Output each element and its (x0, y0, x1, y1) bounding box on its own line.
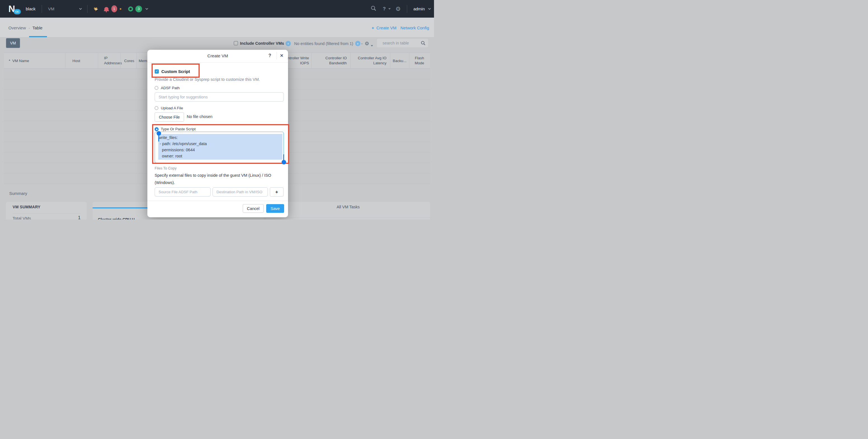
script-line: write_files: (159, 134, 178, 140)
active-chart-tab-underline (93, 208, 148, 208)
chart-title: Cluster-wide CPU U... (98, 217, 138, 220)
help-icon[interactable]: ? (383, 6, 385, 12)
alerts-bell-icon[interactable] (104, 7, 108, 11)
files-to-copy-description: Specify external files to copy inside of… (155, 172, 286, 186)
cancel-button[interactable]: Cancel (243, 204, 264, 213)
health-heart-icon[interactable]: ♥ (94, 6, 98, 12)
gear-icon[interactable]: ⚙ (395, 6, 401, 12)
vm-tasks-title: All VM Tasks (266, 205, 430, 209)
progress-ring-icon[interactable] (128, 6, 133, 11)
files-to-copy-label: Files To Copy (155, 166, 177, 170)
column-header-cores[interactable]: Cores (120, 58, 134, 63)
separator-dot: · (282, 41, 283, 46)
close-icon[interactable]: ✕ (280, 53, 284, 58)
chevron-down-icon[interactable] (428, 7, 431, 10)
entity-type-button[interactable]: VM (6, 38, 20, 48)
adsf-path-radio[interactable] (155, 86, 158, 90)
search-icon[interactable] (371, 6, 376, 12)
nutanix-logo[interactable]: N CE (8, 3, 22, 14)
chevron-down-icon[interactable] (371, 44, 373, 46)
tab-table[interactable]: Table (32, 26, 42, 30)
script-line: - path: /etc/vpm/user_data (159, 140, 207, 147)
tab-separator: · (29, 26, 30, 30)
create-vm-dialog: Create VM ? ✕ ✓ Custom Script Provide a … (147, 50, 288, 217)
include-controller-vms-checkbox[interactable] (234, 41, 238, 45)
search-icon (421, 41, 425, 45)
task-count-badge[interactable]: 3 (135, 6, 142, 12)
tab-overview[interactable]: Overview (8, 26, 26, 30)
separator-dot: · (361, 41, 363, 46)
chevron-down-icon[interactable] (146, 7, 148, 10)
chevron-down-icon[interactable] (389, 7, 391, 9)
selection-start-handle[interactable] (157, 131, 161, 136)
adsf-path-label: ADSF Path (161, 86, 180, 90)
vm-summary-title: VM SUMMARY (12, 205, 40, 209)
table-search (377, 39, 428, 47)
table-settings-gear-icon[interactable]: ⚙ (365, 40, 369, 47)
destination-path-input[interactable] (213, 187, 268, 196)
upload-file-radio[interactable] (155, 106, 158, 110)
warning-dot-icon (120, 8, 121, 10)
app-root: N CE black VM ♥ 1 3 ? ⚙ admin O (0, 0, 434, 220)
custom-script-label: Custom Script (161, 69, 190, 74)
dialog-help-icon[interactable]: ? (269, 53, 271, 58)
include-controller-vms-label: Include Controller VMs (240, 41, 284, 45)
file-chosen-status: No file chosen (187, 114, 213, 119)
selection-end-handle[interactable] (282, 160, 286, 164)
column-header-flash-mode[interactable]: Flash Mode (411, 56, 428, 66)
dialog-title: Create VM (147, 54, 288, 58)
summary-heading: Summary (9, 191, 27, 196)
top-navigation-bar: N CE black VM ♥ 1 3 ? ⚙ admin (0, 0, 434, 18)
save-button[interactable]: Save (266, 204, 284, 213)
entity-menu[interactable]: VM (48, 6, 55, 11)
cluster-name[interactable]: black (26, 6, 35, 11)
page-tab-bar: Overview · Table + Create VM Network Con… (0, 18, 434, 37)
source-file-input[interactable] (155, 187, 211, 196)
column-header-vm-name[interactable]: VM Name (12, 58, 29, 63)
vm-tasks-card: All VM Tasks (266, 202, 430, 220)
admin-menu[interactable]: admin (413, 6, 425, 11)
ce-badge: CE (14, 9, 21, 14)
column-header-ip-addresses[interactable]: IP Addresses (104, 56, 121, 66)
paste-script-label: Type Or Paste Script (161, 127, 196, 131)
adsf-path-input[interactable] (155, 92, 284, 101)
script-line: permissions: 0644 (159, 147, 195, 153)
add-file-row-button[interactable]: + (270, 187, 284, 196)
column-header-host[interactable]: Host (72, 58, 80, 63)
vm-summary-card: VM SUMMARY Total VMs 1 (6, 202, 87, 220)
custom-script-description: Provide a Cloudinit or Sysprep script to… (155, 77, 260, 82)
plus-icon: + (372, 26, 374, 30)
script-line: owner: root (159, 153, 182, 159)
upload-file-label: Upload A File (161, 106, 183, 110)
custom-script-checkbox[interactable]: ✓ (155, 69, 159, 73)
choose-file-button[interactable]: Choose File (155, 113, 184, 122)
sort-ascending-icon: ▲ (8, 59, 11, 61)
create-vm-link[interactable]: Create VM (376, 26, 397, 30)
column-header-backup[interactable]: Backu... (390, 58, 409, 63)
chevron-down-icon[interactable] (79, 7, 82, 10)
alert-count-badge[interactable]: 1 (111, 5, 117, 12)
total-vms-label: Total VMs (12, 216, 31, 220)
column-header-controller-io-bandwidth[interactable]: Controller IO Bandwidth (320, 56, 347, 66)
previous-page-button[interactable]: ‹ (285, 41, 291, 46)
column-header-controller-avg-io-latency[interactable]: Controller Avg IO Latency (356, 56, 386, 66)
network-config-link[interactable]: Network Config (400, 26, 429, 30)
active-tab-underline (29, 36, 47, 37)
pagination-status: No entities found (filtered from 1) (294, 41, 353, 46)
paste-script-radio[interactable] (155, 127, 159, 131)
divider (87, 5, 88, 13)
total-vms-value: 1 (78, 215, 81, 220)
search-input[interactable] (377, 39, 428, 47)
next-page-button[interactable]: › (355, 41, 361, 46)
